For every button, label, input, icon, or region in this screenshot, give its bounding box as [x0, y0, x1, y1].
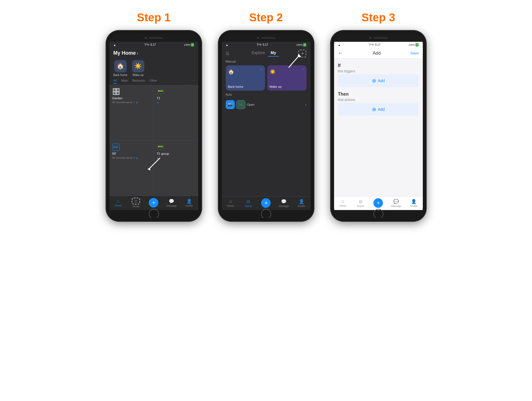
p2-home-circle[interactable]: [261, 209, 271, 218]
p3-profile-icon: 👤: [411, 199, 417, 204]
tab-all[interactable]: All: [113, 79, 117, 84]
battery-text: 100%: [184, 43, 190, 46]
nav-scene[interactable]: ⊡ Scene: [130, 198, 141, 208]
device-tabs: All Main Bedroom Other ⋯: [109, 79, 198, 85]
p3-message-icon: 💬: [393, 199, 399, 204]
my-tab[interactable]: My: [268, 50, 279, 57]
scene-nav-icon: ⊡: [134, 199, 137, 203]
device-card-t1group[interactable]: 📟 T1 group ▲: [154, 141, 198, 196]
device-card-garden[interactable]: 🎛️ Garden RF Remote Name 7 ▲: [109, 85, 154, 140]
p3-home-circle[interactable]: [373, 209, 383, 218]
t1group-upload-icon: ▲: [157, 156, 159, 159]
page-container: Step 1 ▲ 下午 6:17 100% +: [106, 11, 426, 221]
phone1-speaker: [149, 37, 163, 39]
phone2-camera: [257, 37, 259, 39]
if-add-label: Add: [378, 79, 385, 83]
device-card-rf[interactable]: RF RF RF Remote Name 2 ▲: [109, 141, 154, 196]
p2-nav-message[interactable]: 💬 Message: [278, 199, 289, 208]
add-screen: ← Add Save If this triggers ⊕: [334, 48, 423, 196]
phone3-screen: ← Add Save If this triggers ⊕: [334, 48, 423, 196]
home-nav-icon: ⌂: [117, 199, 120, 204]
phone1-inner: ▲ 下午 6:17 100% + My Home ›: [109, 34, 198, 218]
then-add-label: Add: [378, 107, 385, 112]
add-nav-icon: +: [149, 198, 158, 208]
wifi-icon-3: ▲: [338, 43, 341, 47]
p2-nav-home[interactable]: ⌂ Home: [225, 199, 236, 207]
p2-message-icon: 💬: [281, 199, 287, 204]
p3-nav-message[interactable]: 💬 Message: [391, 199, 402, 208]
then-section: Then that actions ⊕ Add: [338, 92, 419, 116]
wifi-icon: ▲: [113, 43, 116, 47]
then-add-btn[interactable]: ⊕ Add: [338, 103, 419, 116]
p2-battery: 100%: [296, 43, 303, 46]
phone3-speaker: [374, 37, 388, 39]
scene-item-wake-up[interactable]: ☀️ Wake up: [132, 60, 144, 77]
list-icon[interactable]: ☰: [226, 51, 229, 56]
home-header: My Home ›: [109, 48, 198, 58]
rf-sub: RF Remote Name 2 ▲: [112, 156, 151, 159]
home-arrow-icon: ›: [137, 51, 138, 56]
save-btn[interactable]: Save: [410, 51, 419, 55]
card-label-1: Back home: [228, 85, 263, 88]
nav-profile[interactable]: 👤 Profile: [184, 199, 195, 207]
p2-nav-profile[interactable]: 👤 Profile: [296, 199, 307, 208]
p3-nav-add[interactable]: +: [373, 198, 384, 208]
phone1-top-bar: [109, 34, 198, 42]
garden-sub: RF Remote Name 7 ▲: [112, 101, 151, 104]
explore-tab[interactable]: Explore: [249, 50, 268, 57]
auto-row-open[interactable]: 📷 RF Open ›: [226, 98, 307, 111]
p3-nav-scene[interactable]: ⊙ Scene: [355, 199, 366, 208]
scene-row: 🏠 Back home ☀️ Wake up: [109, 58, 198, 79]
phone3: ▲ 下午 6:17 100% + ← Add Save: [331, 31, 426, 221]
phone3-home-indicator: [334, 210, 423, 218]
scene-dashed-box: ⊡: [132, 198, 140, 204]
p2-nav-scene[interactable]: ⊙ Scene: [243, 199, 254, 208]
plus-btn[interactable]: +: [298, 50, 306, 57]
garden-name: Garden: [112, 96, 151, 100]
device-grid: 🎛️ Garden RF Remote Name 7 ▲ 📟 T: [109, 85, 198, 196]
back-icon[interactable]: ←: [338, 50, 343, 56]
if-add-btn[interactable]: ⊕ Add: [338, 74, 419, 87]
tab-bedroom[interactable]: Bedroom: [133, 79, 145, 84]
nav-message[interactable]: 💬 Message: [166, 199, 177, 207]
step3-title: Step 3: [361, 11, 395, 24]
phone2-bottom-nav: ⌂ Home ⊙ Scene + 💬 Message: [222, 196, 310, 210]
step2-column: Step 2 ▲ 下午 6:17 100% +: [218, 11, 314, 221]
home-title: My Home: [113, 50, 136, 56]
manual-card-backhome[interactable]: ··· 🏠 Back home: [226, 65, 265, 91]
add-title: Add: [373, 51, 380, 56]
status-left: ▲: [113, 43, 116, 47]
garden-wifi-icon: ▲: [136, 101, 138, 104]
p3-scene-label: Scene: [357, 205, 364, 208]
add-content: If this triggers ⊕ Add Then that acti: [334, 59, 423, 196]
p3-scene-icon: ⊙: [359, 199, 362, 204]
p2-nav-add[interactable]: +: [260, 198, 271, 208]
phone1-camera: [145, 37, 147, 39]
t1-name: T1: [157, 96, 195, 100]
phone2: ▲ 下午 6:17 100% + ☰ Explore M: [218, 31, 314, 221]
p3-nav-home[interactable]: ⌂ Home: [337, 199, 348, 207]
then-add-icon: ⊕: [372, 106, 376, 112]
scene-item-back-home[interactable]: 🏠 Back home: [113, 60, 127, 77]
phone1-bottom-nav: ⌂ Home ⊡ Scene + 💬 Message: [109, 196, 198, 210]
home-circle-btn[interactable]: [149, 209, 159, 218]
nav-home[interactable]: ⌂ Home: [113, 199, 124, 207]
tab-main[interactable]: Main: [121, 79, 128, 84]
step1-column: Step 1 ▲ 下午 6:17 100% +: [106, 11, 202, 221]
manual-card-wakeup[interactable]: ··· ☀️ Wake up: [267, 65, 307, 91]
p2-home-label: Home: [227, 204, 234, 207]
tab-other[interactable]: Other: [149, 79, 157, 84]
p3-nav-profile[interactable]: 👤 Profile: [408, 199, 419, 208]
profile-nav-label: Profile: [186, 204, 193, 207]
auto-section: 📷 RF Open ›: [222, 97, 310, 112]
nav-add[interactable]: +: [148, 198, 159, 208]
p2-battery-icon: +: [303, 43, 306, 47]
device-card-t1[interactable]: 📟 T1 ▲: [154, 85, 198, 140]
p3-battery-icon: +: [415, 43, 419, 47]
card-icon-2: ☀️: [270, 69, 276, 75]
message-nav-icon: 💬: [169, 199, 174, 204]
p3-message-label: Message: [391, 205, 401, 208]
t1-wifi-icon: ▲: [157, 101, 159, 104]
phone1-status-bar: ▲ 下午 6:17 100% +: [109, 42, 198, 48]
message-nav-label: Message: [166, 204, 177, 207]
